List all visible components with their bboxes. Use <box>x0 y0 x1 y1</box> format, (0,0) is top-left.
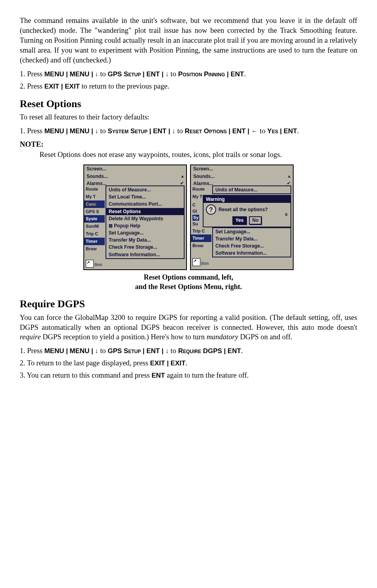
text: to <box>171 347 178 355</box>
sep: | <box>143 70 145 78</box>
kbd-menu: MENU <box>70 70 89 78</box>
submenu: Units of Measure... Set Local Time... Co… <box>106 185 185 259</box>
up-arrow-icon: ▴ <box>288 173 290 179</box>
kbd-yes: Yes <box>267 127 278 135</box>
left-icon: ← <box>251 127 258 135</box>
side-item: GPS S <box>84 208 105 216</box>
submenu-item: Transfer My Data... <box>213 235 290 242</box>
screenshot-left: Screen... Sounds...▴ Alarms...✔ Route My… <box>83 164 187 270</box>
submenu: Units of Measure... <box>212 185 291 194</box>
text: erase any waypoints, routes, icons, plot… <box>107 151 282 159</box>
sep: | <box>91 347 93 355</box>
sep: | <box>91 70 93 78</box>
submenu-item: Check Free Storage... <box>213 242 290 250</box>
partial-letter: Sy <box>192 215 199 221</box>
down-icon: ↓ <box>165 347 169 355</box>
sep: | <box>227 70 229 78</box>
figure-caption: Reset Options command, left, and the Res… <box>20 272 357 292</box>
submenu-item-selected: Reset Options <box>106 208 184 215</box>
text: to <box>260 127 267 135</box>
map-footer: ↗ 8nm <box>84 259 186 269</box>
dgps-step-2: 2. To return to the last page displayed,… <box>20 358 357 368</box>
period: . <box>244 70 246 78</box>
partial-letter: s <box>285 211 291 217</box>
text: 1. Press <box>20 127 44 135</box>
kbd-ent: ENT <box>228 347 241 355</box>
kbd-exit: EXIT <box>44 83 59 90</box>
checkbox-icon: ⊠ <box>109 223 113 229</box>
kbd-position-pinning: Position Pinning <box>178 70 225 78</box>
text: You can force the GlobalMap 3200 to requ… <box>20 314 357 331</box>
kbd-ent: ENT <box>284 127 297 135</box>
kbd-gps-setup: GPS Setup <box>107 70 141 78</box>
text: to <box>100 127 107 135</box>
dgps-paragraph: You can force the GlobalMap 3200 to requ… <box>20 313 357 342</box>
text: 2. To return to the last page displayed,… <box>20 359 150 367</box>
reset-step-1: 1. Press MENU | MENU | ↓ to System Setup… <box>20 126 357 136</box>
period: . <box>185 359 187 367</box>
kbd-require-dgps: Require DGPS <box>178 347 222 355</box>
sep: | <box>66 70 68 78</box>
sep: | <box>247 127 249 135</box>
down-icon: ↓ <box>165 70 169 78</box>
submenu-item: Transfer My Data... <box>106 236 184 244</box>
kbd-ent: ENT <box>230 70 244 78</box>
compass-icon: ↗ <box>192 258 200 266</box>
partial-letter: C <box>192 202 196 208</box>
kbd-ent: ENT <box>151 372 165 379</box>
dgps-step-3: 3. You can return to this command and pr… <box>20 371 357 380</box>
period: . <box>241 347 243 355</box>
map-footer: ↗ 8nm <box>191 257 293 268</box>
text: 1. Press <box>20 347 44 355</box>
submenu-item: Check Free Storage... <box>106 244 184 251</box>
range-label: 8nm <box>201 261 209 267</box>
kbd-exit: EXIT <box>150 359 165 367</box>
kbd-menu: MENU <box>44 127 64 135</box>
text: 1. Press <box>20 70 44 78</box>
text: to <box>100 70 107 78</box>
kbd-exit: EXIT <box>171 359 186 367</box>
sep: | <box>66 127 68 135</box>
kbd-system-setup: System Setup <box>107 127 147 135</box>
kbd-reset-options: Reset Options <box>185 127 226 135</box>
no-button[interactable]: No <box>249 216 262 224</box>
text: Reset Options does <box>40 151 98 159</box>
screenshot-right: Screen... Sounds...▴ Alarms...✔ Route My… <box>190 164 294 270</box>
text: DGPS reception to yield a position.) Her… <box>41 333 207 341</box>
down-icon: ↓ <box>95 127 98 135</box>
text: to return to the previous page. <box>81 82 169 90</box>
kbd-gps-setup: GPS Setup <box>107 347 141 355</box>
side-item: Timer <box>84 238 105 245</box>
kbd-exit: EXIT <box>65 83 80 90</box>
yes-button[interactable]: Yes <box>232 216 247 224</box>
text: 2. Press <box>20 82 44 90</box>
sep: | <box>280 127 282 135</box>
sep: | <box>149 127 151 135</box>
question-icon: ? <box>206 204 216 215</box>
down-icon: ↓ <box>172 127 175 135</box>
down-icon: ↓ <box>95 347 98 355</box>
menu-item: Screen... <box>84 165 186 172</box>
submenu-item: Communications Port... <box>106 200 184 208</box>
side-item: Trip C <box>191 227 211 235</box>
text: DGPS on and off. <box>238 333 292 341</box>
text: 3. You can return to this command and pr… <box>20 371 151 379</box>
kbd-menu: MENU <box>44 70 64 78</box>
kbd-ent: ENT <box>153 127 166 135</box>
pospin-step-2: 2. Press EXIT | EXIT to return to the pr… <box>20 81 357 91</box>
kbd-menu: MENU <box>70 347 89 355</box>
menu-item: Sounds...▴ <box>84 173 186 180</box>
kbd-ent: ENT <box>146 70 160 78</box>
note-body: Reset Options does not erase any waypoin… <box>40 150 353 160</box>
warning-title: Warning <box>204 196 290 203</box>
side-item: Brow <box>84 245 105 253</box>
partial-letter: Su <box>192 221 198 227</box>
sep: | <box>228 127 230 135</box>
heading-require-dgps: Require DGPS <box>20 297 357 311</box>
sep: | <box>66 347 68 355</box>
submenu-item: Units of Measure... <box>106 186 184 193</box>
side-item: Syste <box>84 215 105 223</box>
submenu: Set Language... Transfer My Data... Chec… <box>212 227 291 258</box>
kbd-menu: MENU <box>70 127 89 135</box>
emphasis-require: require <box>20 333 41 341</box>
